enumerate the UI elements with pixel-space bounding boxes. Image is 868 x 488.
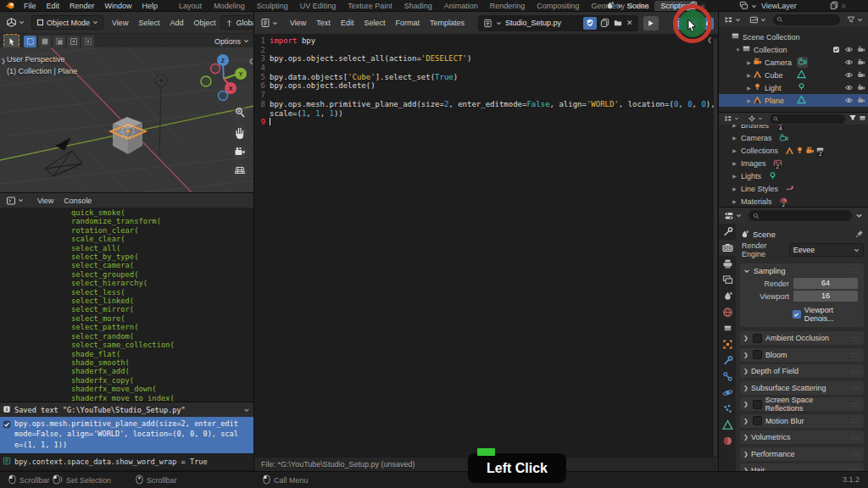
- blend-file-row-collections[interactable]: ▶Collections2: [719, 144, 868, 157]
- expand-arrow-icon[interactable]: ▶: [745, 59, 753, 65]
- expand-arrow-icon[interactable]: ▶: [731, 147, 738, 153]
- properties-tab-view-layer[interactable]: [719, 272, 736, 288]
- console-suggestion[interactable]: select_camera(: [0, 261, 254, 269]
- code-line[interactable]: 5bpy.data.objects['Cube'].select_set(Tru…: [254, 73, 712, 82]
- editor-type-outliner-icon[interactable]: [721, 114, 743, 123]
- properties-tab-world[interactable]: [719, 304, 736, 320]
- expand-arrow-icon[interactable]: ▶: [731, 160, 738, 166]
- console-suggestion[interactable]: select_less(: [0, 288, 254, 297]
- properties-tab-modifiers[interactable]: [719, 352, 736, 369]
- console-suggestion[interactable]: shaderfx_move_down(: [0, 385, 254, 393]
- outliner-row-light[interactable]: ▶Light: [719, 81, 868, 94]
- camera-visibility-icon[interactable]: [857, 45, 865, 55]
- remove-viewlayer-icon[interactable]: ✕: [841, 3, 847, 10]
- console-suggestion[interactable]: select_mirror(: [0, 305, 254, 313]
- outliner-filter-type-icon[interactable]: [746, 15, 770, 25]
- code-line[interactable]: 3bpy.ops.object.select_all(action='DESEL…: [254, 54, 712, 64]
- console-menu-console[interactable]: Console: [58, 197, 97, 205]
- drag-grip-icon[interactable]: ::::: [850, 418, 860, 424]
- panel-checkbox[interactable]: [753, 350, 762, 359]
- console-suggestion[interactable]: scale_clear(: [0, 235, 254, 243]
- gizmo-minus-x[interactable]: [211, 64, 220, 74]
- drag-grip-icon[interactable]: ::::: [850, 435, 860, 441]
- run-script-button[interactable]: [643, 16, 659, 30]
- blend-file-row-materials[interactable]: ▶Materials2: [719, 195, 868, 208]
- shield-check-toggle[interactable]: [583, 17, 597, 30]
- camera-visibility-icon[interactable]: [857, 70, 865, 80]
- outliner-search-input[interactable]: [773, 14, 840, 25]
- code-line[interactable]: 6bpy.ops.object.delete(): [254, 81, 712, 91]
- drag-grip-icon[interactable]: ::::: [850, 352, 860, 358]
- panel-motion-blur[interactable]: ❯Motion Blur::::: [740, 414, 864, 428]
- sampling-panel-header[interactable]: Sampling ::::: [740, 263, 864, 278]
- expand-arrow-icon[interactable]: ▶: [731, 173, 738, 179]
- drag-grip-icon[interactable]: ::::: [850, 385, 860, 391]
- code-area[interactable]: 1import bpy23bpy.ops.object.select_all(a…: [254, 36, 712, 127]
- sampling-value-field[interactable]: 16: [793, 291, 858, 302]
- properties-options-icon[interactable]: [855, 212, 863, 219]
- blend-file-search-input[interactable]: [770, 114, 845, 124]
- select-mode-lasso[interactable]: [67, 36, 80, 47]
- workspace-tab-shading[interactable]: Shading: [398, 1, 438, 11]
- code-line[interactable]: scale=(1, 1, 1)): [254, 109, 712, 119]
- orientation-dropdown[interactable]: Global: [220, 15, 254, 30]
- panel-checkbox[interactable]: [753, 334, 762, 343]
- new-text-icon[interactable]: [600, 18, 609, 29]
- properties-tab-scene[interactable]: [719, 288, 736, 304]
- properties-tab-particles[interactable]: [719, 401, 736, 417]
- options-dropdown[interactable]: Options: [214, 37, 249, 46]
- viewport-menu-add[interactable]: Add: [164, 19, 188, 27]
- workspace-tab-animation[interactable]: Animation: [438, 1, 484, 11]
- drag-grip-icon[interactable]: ::::: [850, 268, 860, 274]
- new-viewlayer-icon[interactable]: [830, 1, 838, 11]
- code-line[interactable]: 9: [254, 118, 712, 127]
- select-mode-circle[interactable]: [53, 36, 65, 47]
- properties-tab-material[interactable]: [719, 433, 736, 449]
- collection-checkbox[interactable]: [832, 46, 840, 55]
- hide-toggle-eye-icon[interactable]: [844, 83, 854, 94]
- panel-performance[interactable]: ❯Performance::::: [740, 447, 864, 461]
- hide-toggle-eye-icon[interactable]: [844, 58, 854, 69]
- console-suggestion[interactable]: select_pattern(: [0, 323, 254, 331]
- expand-arrow-icon[interactable]: ▶: [731, 125, 738, 128]
- select-tool-button[interactable]: [3, 34, 19, 48]
- console-suggestion[interactable]: select_grouped(: [0, 270, 254, 279]
- sidebar-expand-icon[interactable]: ❮: [248, 58, 253, 64]
- viewport-menu-view[interactable]: View: [107, 19, 133, 27]
- console-suggestion[interactable]: randomize_transform(: [0, 217, 254, 225]
- pin-icon[interactable]: [855, 230, 864, 238]
- console-suggestion[interactable]: select_more(: [0, 314, 254, 323]
- console-suggestion[interactable]: select_all(: [0, 244, 254, 252]
- render-engine-dropdown[interactable]: Eevee: [789, 243, 864, 257]
- blend-file-row-brushes[interactable]: ▶Brushes4: [719, 125, 868, 131]
- chevron-down-icon[interactable]: [243, 407, 250, 413]
- info-row-property[interactable]: bpy.context.space_data.show_word_wrap = …: [0, 453, 254, 469]
- editor-type-properties-icon[interactable]: [721, 211, 745, 221]
- properties-search-input[interactable]: [748, 210, 852, 221]
- code-line[interactable]: 4: [254, 64, 712, 73]
- console-suggestion[interactable]: select_hierarchy(: [0, 279, 254, 287]
- properties-tab-output[interactable]: [719, 256, 736, 272]
- sampling-value-field[interactable]: 64: [793, 278, 858, 289]
- console-suggestion[interactable]: shade_flat(: [0, 350, 254, 358]
- outliner-row-collection[interactable]: ▼Collection: [719, 43, 868, 56]
- console-suggestion[interactable]: quick_smoke(: [0, 208, 254, 217]
- filter-icon[interactable]: [849, 114, 857, 124]
- properties-tab-physics[interactable]: [719, 385, 736, 401]
- select-mode-paint[interactable]: [81, 36, 94, 47]
- viewport-denoise-row[interactable]: Viewport Denois...: [793, 306, 864, 323]
- outliner-filter-icon[interactable]: [843, 15, 866, 24]
- panel-bloom[interactable]: ❯Bloom::::: [740, 348, 864, 362]
- blend-file-row-line-styles[interactable]: ▶Line Styles: [719, 182, 868, 195]
- panel-hair[interactable]: ❯Hair::::: [740, 463, 864, 471]
- drag-grip-icon[interactable]: ::::: [850, 336, 860, 341]
- console-suggestion[interactable]: rotation_clear(: [0, 226, 254, 235]
- outliner-row-plane[interactable]: ▶Plane: [719, 94, 868, 107]
- expand-arrow-icon[interactable]: ▶: [745, 97, 753, 103]
- menubar-item-render[interactable]: Render: [64, 2, 100, 10]
- viewlayer-selector[interactable]: ViewLayer ✕: [739, 0, 847, 12]
- text-editor-menu-view[interactable]: View: [285, 19, 311, 27]
- outliner-row-scene-collection[interactable]: Scene Collection: [719, 30, 868, 43]
- menubar-item-edit[interactable]: Edit: [42, 2, 65, 10]
- hide-toggle-eye-icon[interactable]: [844, 96, 854, 107]
